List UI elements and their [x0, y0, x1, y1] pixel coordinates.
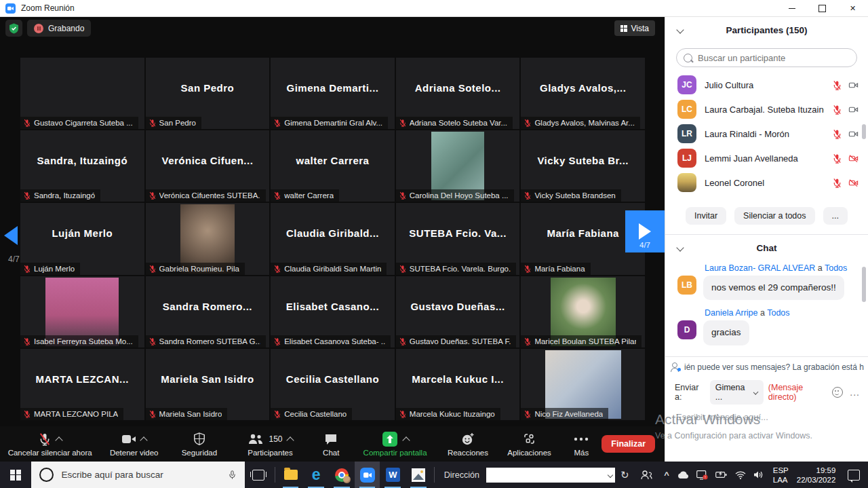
video-tile[interactable]: Marcela Kukuc I...Marcela Kukuc Ituzaing…: [396, 349, 520, 420]
recording-indicator[interactable]: Grabando: [27, 20, 91, 37]
invite-button[interactable]: Invitar: [686, 207, 726, 225]
speaker-icon[interactable]: [753, 470, 764, 479]
tile-center-name: SUTEBA Fcio. Va...: [396, 203, 520, 263]
participant-name: Julio Cultura: [705, 80, 824, 90]
video-tile[interactable]: Gustavo Dueñas...Gustavo Dueñas. SUTEBA …: [396, 276, 520, 348]
collapse-participants-chevron-icon[interactable]: [676, 26, 684, 33]
participant-row[interactable]: LC Laura Carbajal. Suteba Ituzaingó: [665, 97, 868, 121]
video-tile[interactable]: Elisabet Casano...Elisabet Casanova Sute…: [271, 276, 395, 348]
onedrive-cloud-icon[interactable]: [677, 471, 689, 479]
video-tile[interactable]: Carolina Del Hoyo Suteba ...: [396, 130, 520, 202]
taskbar-zoom[interactable]: [355, 462, 380, 488]
video-tile[interactable]: Cecilia CastellanoCecilia Castellano: [271, 349, 395, 420]
share-options-caret[interactable]: [402, 436, 410, 444]
search-input[interactable]: [696, 52, 850, 64]
time: 19:59: [797, 466, 836, 475]
display-alert-icon[interactable]: !: [696, 470, 708, 480]
video-tile[interactable]: Vicky Suteba Br...Vicky Suteba Brandsen: [521, 130, 645, 202]
participants-button[interactable]: 150 Participantes: [231, 426, 311, 462]
taskbar-search-input[interactable]: [60, 469, 222, 481]
chat-button[interactable]: Chat: [310, 426, 352, 462]
video-tile[interactable]: Gimena Demarti...Gimena Demartini Gral A…: [271, 58, 395, 129]
side-panel: Participantes (150) JC Julio Cultura LC …: [665, 17, 868, 462]
stop-video-button[interactable]: Detener video: [100, 426, 168, 462]
collapse-chat-chevron-icon[interactable]: [676, 244, 684, 251]
video-tile[interactable]: Sandra Romero...Sandra Romero SUTEBA G..…: [146, 276, 270, 348]
participants-more-button[interactable]: ...: [823, 207, 848, 225]
participants-options-caret[interactable]: [286, 436, 294, 444]
hidden-icons-chevron-icon[interactable]: ^: [664, 470, 669, 480]
start-button[interactable]: [0, 462, 31, 488]
refresh-icon[interactable]: ↻: [615, 469, 635, 481]
tile-name-label: walter Carrera: [284, 191, 334, 200]
address-input-box[interactable]: [486, 468, 615, 483]
video-tile[interactable]: Gustavo Cigarreta Suteba ...: [20, 58, 144, 129]
search-mic-icon[interactable]: [228, 469, 237, 481]
participants-scrollbar[interactable]: [862, 124, 866, 139]
chat-more-button[interactable]: ...: [850, 387, 860, 398]
end-meeting-button[interactable]: Finalizar: [601, 435, 655, 453]
battery-icon[interactable]: [715, 471, 728, 478]
taskbar-people-button[interactable]: [634, 462, 658, 488]
wifi-icon[interactable]: [735, 471, 746, 479]
apps-button[interactable]: Aplicaciones: [498, 426, 561, 462]
mic-muted-icon: [399, 119, 407, 127]
participant-row[interactable]: JC Julio Cultura: [665, 73, 868, 97]
video-tile[interactable]: Gladys Avalos,...Gladys Avalos, Malvinas…: [521, 58, 645, 129]
reactions-button[interactable]: Reacciones: [438, 426, 498, 462]
participant-search[interactable]: [676, 48, 857, 67]
tile-name-label: Maricel Boulan SUTEBA Pilar: [534, 337, 635, 345]
video-tile[interactable]: Sandra, ItuzaingóSandra, Ituzaingó: [20, 130, 144, 202]
grid-view-icon: [620, 25, 627, 32]
view-button[interactable]: Vista: [614, 20, 655, 36]
maximize-button[interactable]: [807, 0, 837, 16]
taskbar-word[interactable]: W: [380, 462, 406, 488]
audio-options-caret[interactable]: [55, 436, 62, 444]
taskbar-edge[interactable]: e: [303, 462, 329, 488]
video-tile[interactable]: Adriana Sotelo...Adriana Sotelo Suteba V…: [396, 58, 520, 129]
language-indicator[interactable]: ESPLAA: [769, 462, 793, 488]
tile-name-label: Isabel Ferreyra Suteba Mo...: [34, 337, 133, 345]
security-button[interactable]: Seguridad: [168, 426, 231, 462]
more-button[interactable]: Más: [561, 426, 601, 462]
chat-message-input[interactable]: [675, 411, 847, 423]
action-center-button[interactable]: [840, 462, 868, 488]
mute-all-button[interactable]: Silenciar a todos: [734, 207, 814, 225]
video-tile[interactable]: San PedroSan Pedro: [146, 58, 270, 129]
video-tile[interactable]: Nico Fiz Avellaneda: [521, 349, 645, 420]
share-screen-button[interactable]: Compartir pantalla: [352, 426, 438, 462]
participant-row[interactable]: Leonel Coronel: [665, 170, 868, 195]
previous-page-button[interactable]: 4/7: [4, 226, 22, 264]
minimize-button[interactable]: [776, 0, 807, 16]
chat-bubble-icon: [324, 433, 338, 445]
video-tile[interactable]: Gabriela Roumieu. Pila: [146, 203, 270, 274]
avatar: LB: [677, 276, 696, 295]
video-tile[interactable]: MARTA LEZCAN...MARTA LEZCANO PILA: [20, 349, 144, 420]
video-tile[interactable]: SUTEBA Fcio. Va...SUTEBA Fcio. Varela. B…: [396, 203, 520, 274]
address-input[interactable]: [489, 470, 608, 481]
recipient-dropdown[interactable]: Gimena ...: [710, 380, 764, 405]
clock[interactable]: 19:5922/03/2022: [793, 462, 840, 488]
video-tile[interactable]: Mariela San IsidroMariela San Isidro: [146, 349, 270, 420]
close-button[interactable]: ✕: [837, 0, 868, 16]
video-tile[interactable]: Verónica Cifuen...Verónica Cifuentes SUT…: [146, 130, 270, 202]
emoji-button[interactable]: [832, 387, 843, 398]
participant-row[interactable]: LR Laura Rinaldi - Morón: [665, 121, 868, 146]
taskbar-photos[interactable]: [406, 462, 431, 488]
unmute-button[interactable]: Cancelar silenciar ahora: [0, 426, 100, 462]
participant-row[interactable]: LJ Lemmi Juan Avellaneda: [665, 146, 868, 170]
avatar: JC: [677, 75, 696, 94]
task-view-button[interactable]: [245, 462, 272, 488]
video-tile[interactable]: Claudia Giribald...Claudia Giribaldi San…: [271, 203, 395, 274]
taskbar-search[interactable]: [31, 462, 245, 488]
video-options-caret[interactable]: [140, 436, 148, 444]
video-tile[interactable]: Maricel Boulan SUTEBA Pilar: [521, 276, 645, 348]
taskbar-chrome[interactable]: [329, 462, 355, 488]
chat-scrollbar[interactable]: [862, 267, 866, 302]
video-tile[interactable]: Isabel Ferreyra Suteba Mo...: [20, 276, 144, 348]
video-tile[interactable]: walter Carrerawalter Carrera: [271, 130, 395, 202]
taskbar-file-explorer[interactable]: [278, 462, 304, 488]
security-shield-icon[interactable]: [5, 20, 22, 37]
video-tile[interactable]: Luján MerloLuján Merlo: [20, 203, 144, 274]
next-page-button[interactable]: 4/7: [625, 210, 665, 252]
